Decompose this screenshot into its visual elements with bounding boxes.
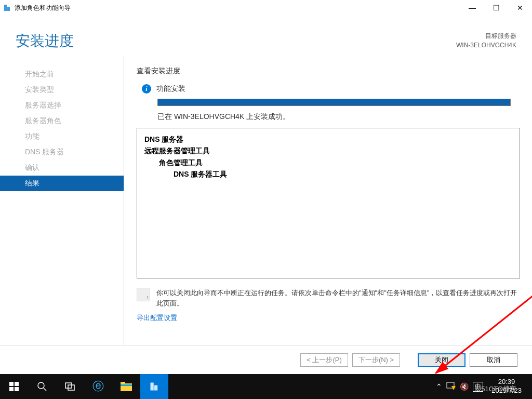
sidebar-item-confirm: 确认 [0,160,124,176]
svg-rect-1 [7,7,10,11]
flag-icon: 1 [137,288,150,301]
tray-chevron-icon[interactable]: ⌃ [436,382,442,391]
volume-muted-icon[interactable]: 🔇 [460,382,469,391]
sidebar-item-results: 结果 [0,176,124,191]
svg-rect-4 [15,382,19,386]
section-label: 查看安装进度 [137,66,522,76]
result-line: 角色管理工具 [159,157,512,168]
server-manager-icon[interactable] [140,374,168,399]
sidebar-item-server-select: 服务器选择 [0,98,124,113]
cancel-button[interactable]: 取消 [470,353,517,367]
body: 开始之前 安装类型 服务器选择 服务器角色 功能 DNS 服务器 确认 结果 查… [0,56,532,345]
explorer-icon[interactable] [112,374,140,399]
maximize-button[interactable]: ☐ [484,0,508,16]
next-button: 下一步(N) > [352,353,400,367]
result-line: 远程服务器管理工具 [144,145,512,156]
export-config-link[interactable]: 导出配置设置 [137,313,522,323]
prev-button: < 上一步(P) [300,353,348,367]
start-button[interactable] [0,374,28,399]
svg-point-7 [38,382,44,389]
target-server-info: 目标服务器 WIN-3ELOHVGCH4K [456,31,516,50]
results-box: DNS 服务器 远程服务器管理工具 角色管理工具 DNS 服务器工具 [137,128,520,278]
titlebar: 添加角色和功能向导 — ☐ ✕ [0,0,532,16]
taskbar: ⓔ ⌃ 🔇 中 20:39 2019/7/23 @51CTO博客 [0,374,532,399]
search-icon[interactable] [28,374,56,399]
target-label: 目标服务器 [456,31,516,41]
close-button[interactable]: ✕ [508,0,532,16]
window-title: 添加角色和功能向导 [15,4,460,12]
sidebar-item-features: 功能 [0,129,124,144]
svg-rect-13 [121,384,132,386]
watermark: @51CTO博客 [474,384,516,394]
status-row: i 功能安装 [142,84,522,94]
close-wizard-button[interactable]: 关闭 [418,353,466,367]
success-message: 已在 WIN-3ELOHVGCH4K 上安装成功。 [157,112,522,122]
svg-rect-12 [121,382,125,384]
task-view-icon[interactable] [56,374,84,399]
progress-bar [157,99,511,106]
ie-icon[interactable]: ⓔ [84,374,112,399]
svg-rect-3 [9,382,14,386]
svg-rect-5 [9,387,14,391]
sidebar-item-dns-server: DNS 服务器 [0,144,124,160]
wizard-window: 添加角色和功能向导 — ☐ ✕ 安装进度 目标服务器 WIN-3ELOHVGCH… [0,0,532,374]
main-content: 查看安装进度 i 功能安装 已在 WIN-3ELOHVGCH4K 上安装成功。 … [124,56,532,345]
page-title: 安装进度 [16,31,456,51]
wizard-steps-sidebar: 开始之前 安装类型 服务器选择 服务器角色 功能 DNS 服务器 确认 结果 [0,56,124,345]
svg-rect-15 [154,385,157,391]
target-server-name: WIN-3ELOHVGCH4K [456,41,516,50]
svg-rect-9 [65,383,72,388]
note-row: 1 你可以关闭此向导而不中断正在运行的任务。请依次单击命令栏中的"通知"和"任务… [137,288,522,308]
svg-rect-14 [151,383,154,391]
sidebar-item-install-type: 安装类型 [0,82,124,98]
network-warning-icon[interactable] [446,382,456,392]
wizard-footer: < 上一步(P) 下一步(N) > 关闭 取消 [0,345,532,374]
info-icon: i [142,84,151,94]
minimize-button[interactable]: — [460,0,484,16]
app-icon [3,4,11,12]
header: 安装进度 目标服务器 WIN-3ELOHVGCH4K [0,16,532,56]
result-line: DNS 服务器 [144,134,512,145]
result-line: DNS 服务器工具 [174,168,512,180]
status-text: 功能安装 [156,84,185,94]
svg-rect-0 [4,5,7,11]
sidebar-item-before-begin: 开始之前 [0,66,124,82]
svg-rect-6 [15,387,19,391]
note-text: 你可以关闭此向导而不中断正在运行的任务。请依次单击命令栏中的"通知"和"任务详细… [156,288,522,308]
svg-rect-10 [68,385,74,390]
sidebar-item-server-roles: 服务器角色 [0,113,124,129]
svg-line-8 [44,388,46,391]
window-controls: — ☐ ✕ [460,0,532,16]
